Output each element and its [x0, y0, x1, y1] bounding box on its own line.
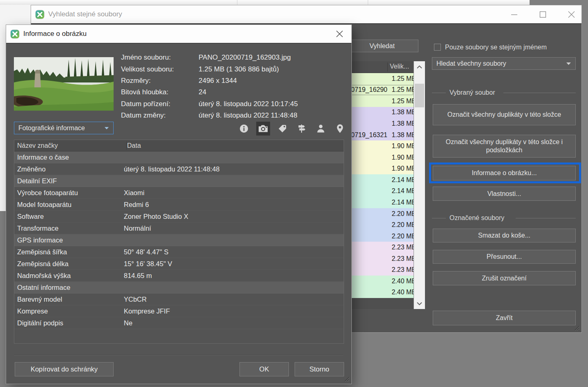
exif-section-row[interactable]: GPS informace: [14, 234, 344, 246]
person-icon[interactable]: [314, 122, 328, 136]
file-list-row[interactable]: 2.14 MB: [346, 174, 414, 186]
file-list-row[interactable]: 2.40 MB: [346, 276, 414, 287]
exif-data-row[interactable]: KompreseKomprese JFIF: [14, 305, 344, 317]
scroll-down-button[interactable]: [414, 298, 425, 309]
minimize-button[interactable]: [505, 5, 523, 24]
scrollbar-thumb[interactable]: [415, 84, 424, 107]
file-size: 1.25 MB: [387, 86, 414, 93]
exif-tag-value: Zoner Photo Studio X: [124, 213, 344, 220]
exif-data-row[interactable]: Nadmořská výška814.65 m: [14, 270, 344, 282]
close-icon: [336, 30, 343, 38]
file-list-row[interactable]: 1.90 MB: [346, 140, 414, 152]
same-name-checkbox[interactable]: [434, 44, 441, 51]
exif-data-row[interactable]: Zeměpisná šířka50° 48' 4.47" S: [14, 246, 344, 258]
exif-data-row[interactable]: Výrobce fotoaparátuXiaomi: [14, 187, 344, 199]
search-scope-dropdown[interactable]: Hledat všechny soubory: [432, 57, 576, 70]
field-label: Bitová hloubka:: [121, 88, 199, 96]
location-icon[interactable]: [333, 122, 347, 136]
file-list-row[interactable]: 1.38 MB: [346, 107, 414, 118]
exif-section-row[interactable]: Informace o čase: [14, 151, 344, 163]
file-list-row[interactable]: 0719_162901.25 MB: [346, 85, 414, 96]
maximize-icon: [539, 11, 546, 18]
close-dialog-button[interactable]: Zavřít: [433, 311, 576, 325]
chevron-down-icon: [566, 62, 571, 65]
exif-tag-value: Normální: [124, 225, 344, 232]
file-size: 1.38 MB: [387, 120, 414, 127]
search-scope-value: Hledat všechny soubory: [436, 60, 506, 67]
exif-tag-name: Digitální podpis: [14, 319, 124, 327]
info-field-row: Datum pořízení:úterý 8. listopadu 2022 1…: [121, 98, 344, 110]
info-icon[interactable]: [237, 122, 251, 136]
delete-to-trash-button[interactable]: Smazat do koše...: [433, 229, 576, 242]
same-name-checkbox-label[interactable]: Pouze soubory se stejným jménem: [445, 44, 547, 51]
exif-section-row[interactable]: Detailní EXIF: [14, 175, 344, 187]
exif-data-row[interactable]: Změněnoúterý 8. listopadu 2022 11:48:48: [14, 163, 344, 175]
file-list-scrollbar[interactable]: [414, 61, 425, 309]
mark-duplicates-folder-button[interactable]: Označit všechny duplikáty v této složce: [433, 104, 576, 125]
cancel-button[interactable]: Storno: [295, 362, 344, 376]
scroll-up-button[interactable]: [414, 61, 425, 72]
unmark-button[interactable]: Zrušit označení: [433, 271, 576, 285]
file-list-row[interactable]: 2.14 MB: [346, 197, 414, 208]
file-list-row[interactable]: 1.38 MB: [346, 118, 414, 129]
top-strip-seam: [237, 0, 237, 5]
info-field-row: Bitová hloubka:24: [121, 87, 344, 98]
signpost-icon[interactable]: [295, 122, 309, 136]
panorama-image: [14, 57, 114, 111]
exif-data-row[interactable]: Zeměpisná délka15° 16' 38.45" V: [14, 258, 344, 270]
category-dropdown-value: Fotografické informace: [18, 125, 85, 132]
exif-section-row[interactable]: Ostatní informace: [14, 282, 344, 294]
ok-button[interactable]: OK: [239, 362, 289, 376]
file-list-row[interactable]: 2.23 MB: [346, 265, 414, 276]
move-button[interactable]: Přesunout...: [433, 250, 576, 264]
copy-to-clipboard-button[interactable]: Kopírovat do schránky: [15, 362, 114, 376]
resize-grip[interactable]: [573, 325, 580, 331]
exif-data-row[interactable]: Model fotoaparátuRedmi 6: [14, 199, 344, 211]
file-list-row[interactable]: 2.20 MB: [346, 219, 414, 231]
close-button[interactable]: [562, 5, 581, 24]
exif-tag-value: 15° 16' 38.45" V: [124, 260, 344, 268]
exif-tag-name: Informace o čase: [14, 153, 124, 161]
file-list-row[interactable]: 1.25 MB: [346, 73, 414, 85]
search-button[interactable]: Vyhledat: [346, 40, 418, 52]
size-column-header[interactable]: Velik...: [390, 63, 409, 70]
field-label: Velikost souboru:: [121, 65, 199, 73]
exif-data-row[interactable]: Barevný modelYCbCR: [14, 294, 344, 305]
maximize-button[interactable]: [533, 5, 552, 24]
camera-icon[interactable]: [256, 122, 270, 136]
exif-table-header[interactable]: Název značky Data: [14, 140, 344, 151]
info-field-row: Rozměry:2496 x 1344: [121, 75, 344, 87]
group-line: [432, 93, 446, 93]
mark-duplicates-subfolders-button[interactable]: Označit všechny duplikáty v této složce …: [433, 135, 576, 158]
file-list-row[interactable]: 2.23 MB: [346, 253, 414, 265]
exif-tag-value: Xiaomi: [124, 189, 344, 197]
exif-tag-value: úterý 8. listopadu 2022 11:48:48: [124, 165, 344, 173]
file-list-row[interactable]: 2.20 MB: [346, 231, 414, 242]
category-dropdown[interactable]: Fotografické informace: [14, 122, 114, 134]
dialog-close-button[interactable]: [330, 25, 349, 43]
file-list-row[interactable]: 2.23 MB: [346, 242, 414, 253]
file-list-header[interactable]: Velik...: [346, 61, 414, 73]
file-list-row[interactable]: 1.25 MB: [346, 96, 414, 107]
dialog-title: Informace o obrázku: [23, 30, 87, 38]
image-info-button[interactable]: Informace o obrázku...: [433, 166, 576, 180]
exif-data-row[interactable]: Digitální podpisNe: [14, 317, 344, 329]
file-list-row[interactable]: 1.90 MB: [346, 163, 414, 175]
properties-button[interactable]: Vlastnosti...: [433, 187, 576, 201]
file-size: 2.20 MB: [387, 221, 414, 229]
tag-icon[interactable]: [275, 122, 289, 136]
exif-data-row[interactable]: SoftwareZoner Photo Studio X: [14, 211, 344, 222]
file-list-row[interactable]: 0719_163211.38 MB: [346, 129, 414, 141]
resize-grip[interactable]: [343, 376, 350, 382]
column-separator: [126, 141, 127, 150]
file-list-row[interactable]: 2.14 MB: [346, 186, 414, 197]
file-size: 2.23 MB: [387, 266, 414, 274]
field-label: Datum pořízení:: [121, 100, 199, 108]
group-line: [432, 218, 446, 218]
tag-column-header[interactable]: Název značky: [14, 142, 124, 149]
file-size: 2.40 MB: [387, 278, 414, 285]
file-list-row[interactable]: 1.90 MB: [346, 152, 414, 163]
exif-data-row[interactable]: TransformaceNormální: [14, 222, 344, 234]
file-list-row[interactable]: 2.20 MB: [346, 208, 414, 220]
file-list-row[interactable]: 2.40 MB: [346, 287, 414, 298]
